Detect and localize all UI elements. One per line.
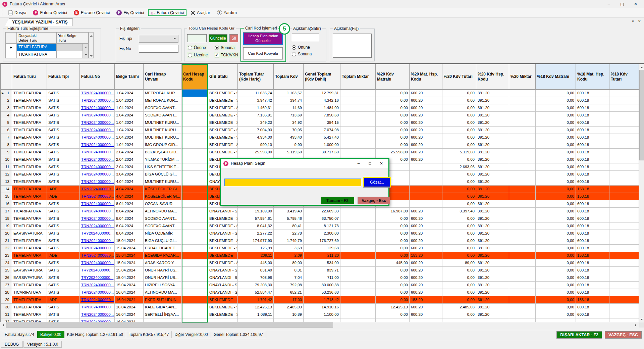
cell-statu[interactable]: BEKLEMEDE - SA... [208, 215, 238, 222]
cell-mk20[interactable] [410, 171, 442, 178]
cell-mi20[interactable] [509, 237, 536, 245]
cell-m20[interactable]: 0,00 [376, 97, 410, 104]
cell-unvan[interactable]: MULTINET KURU... [144, 134, 182, 141]
cell-tutar[interactable]: 125,99 [238, 245, 274, 252]
cell-tipi[interactable]: SATIS [47, 245, 80, 252]
tamam-button[interactable]: Tamam - F2 [321, 197, 354, 204]
cell-t18[interactable] [609, 171, 639, 178]
cell-turu[interactable]: TEMELFATURA [12, 193, 47, 200]
cell-no[interactable]: TRN2024000000... [80, 193, 115, 200]
cell-m18[interactable]: 0,00 [536, 296, 576, 304]
aciklama-satir-sonuna-radio[interactable]: Sonuna [292, 52, 312, 56]
cell-tipi[interactable]: SATIS [47, 119, 80, 127]
cell-mk18[interactable]: 600.18 [576, 112, 609, 119]
invoice-number-link[interactable]: TRN2024000000... [81, 143, 114, 147]
cell-tarih[interactable]: 15.04.2024 [115, 274, 144, 282]
cell-genel[interactable]: 1.718,42 [304, 296, 340, 304]
cell-t18[interactable] [609, 267, 639, 274]
cell-m20[interactable]: 0,00 [376, 296, 410, 304]
column-header-m18[interactable]: %18 Kdv Matrahı [536, 64, 576, 90]
mapping-cell-temelfatura[interactable]: TEMELFATURA [17, 44, 56, 51]
sil-button[interactable]: Sil [229, 34, 238, 42]
cell-hk20[interactable]: 391.20 [476, 259, 509, 267]
cell-mi20[interactable] [509, 149, 536, 156]
cell-mi20[interactable] [509, 112, 536, 119]
cell-t18[interactable] [609, 245, 639, 252]
cell-tutar[interactable]: 1.701,42 [238, 296, 274, 304]
cell-genel[interactable]: 8.121,73 [304, 222, 340, 230]
cell-hk20[interactable]: 391.20 [476, 134, 509, 141]
cell-mk18[interactable]: 600.18 [576, 304, 609, 311]
cell-genel[interactable]: 1.484,00 [304, 104, 340, 112]
row-header-29[interactable]: 29 [1, 296, 12, 304]
cell-hk20[interactable]: 391.20 [476, 208, 509, 215]
cell-m18[interactable]: 0,00 [536, 90, 576, 97]
invoice-number-link[interactable]: TRN2024000000... [81, 165, 114, 169]
row-header-26[interactable]: 26 [1, 274, 12, 282]
dialog-minimize-icon[interactable]: – [353, 160, 364, 167]
cell-tipi[interactable]: SATIS [47, 274, 80, 282]
cell-turu[interactable]: TEMELFATURA [12, 259, 47, 267]
cell-miktar[interactable] [340, 127, 376, 134]
tab-close-icon[interactable]: ✕ [638, 19, 641, 23]
cell-turu[interactable]: EARSIVFATURA [12, 230, 47, 237]
cell-t20[interactable]: 5.119,60 [442, 149, 476, 156]
cell-mk20[interactable]: 600.20 [410, 259, 442, 267]
cell-no[interactable]: TRN2024000000... [80, 90, 115, 97]
cell-tipi[interactable]: SATIS [47, 178, 80, 186]
cell-unvan[interactable]: EKER SÜT ÜRÜN... [144, 296, 182, 304]
invoice-number-link[interactable]: TRN2024000000... [81, 128, 114, 132]
cell-kdv[interactable]: 5.119,60 [274, 149, 304, 156]
cell-unvan[interactable]: KÖSELECİLER GI... [144, 193, 182, 200]
cell-tipi[interactable]: SATIS [47, 171, 80, 178]
cell-tutar[interactable]: 1.469,31 [238, 104, 274, 112]
aciklama-satir-onune-radio[interactable]: Önüne [292, 45, 310, 50]
minimize-icon[interactable]: – [602, 0, 615, 8]
cell-tutar[interactable]: 7.004,93 [238, 127, 274, 134]
cell-kod[interactable] [182, 259, 208, 267]
cell-tarih[interactable]: 1.04.2024 [115, 119, 144, 127]
cell-unvan[interactable]: ALTINORDU MA... [144, 208, 182, 215]
cell-unvan[interactable]: MULTINET KURU... [144, 127, 182, 134]
cell-miktar[interactable] [340, 304, 376, 311]
cell-mi20[interactable] [509, 296, 536, 304]
cell-turu[interactable]: TEMELFATURA [12, 171, 47, 178]
cell-turu[interactable]: TEMELFATURA [12, 215, 47, 222]
cell-tarih[interactable]: 15.04.2024 [115, 282, 144, 289]
cell-no[interactable]: TRN2024000000... [80, 171, 115, 178]
cell-no[interactable]: TRN2024000000... [80, 296, 115, 304]
cell-mi20[interactable] [509, 245, 536, 252]
cell-t18[interactable] [609, 149, 639, 156]
cell-turu[interactable]: TEMELFATURA [12, 134, 47, 141]
cell-tutar[interactable]: 209,11 [238, 252, 274, 259]
row-header-21[interactable]: 21 [1, 237, 12, 245]
column-header-kod[interactable]: Cari Hesap Kodu [182, 64, 208, 90]
cell-m18[interactable]: 0,00 [536, 127, 576, 134]
cell-unvan[interactable]: ECEGIDA PAZAR... [144, 252, 182, 259]
cell-statu[interactable]: ONAYLANDI - S... [208, 274, 238, 282]
cell-kdv[interactable]: 3.419,43 [274, 208, 304, 215]
invoice-number-link[interactable]: TRY2024000000... [81, 231, 113, 235]
cell-tarih[interactable]: 15.04.2024 [115, 259, 144, 267]
cell-hk20[interactable]: 391.20 [476, 230, 509, 237]
cell-mk20[interactable]: 600.20 [410, 112, 442, 119]
row-header-17[interactable]: 17 [1, 208, 12, 215]
cell-kdv[interactable]: 17,00 [274, 296, 304, 304]
cell-kdv[interactable]: 8,31 [274, 267, 304, 274]
cell-tipi[interactable]: IADE [47, 296, 80, 304]
cell-hk20[interactable]: 391.20 [476, 163, 509, 171]
row-header-8[interactable]: 8 [1, 141, 12, 149]
vertical-scrollbar[interactable] [639, 64, 644, 322]
cell-hk20[interactable]: 391.20 [476, 274, 509, 282]
cell-unvan[interactable]: BOZKUŞLAR GID... [144, 149, 182, 156]
invoice-number-link[interactable]: TRN2024000000... [81, 305, 114, 309]
column-header-tarih[interactable]: Belge Tarihi [115, 64, 144, 90]
cell-hk20[interactable]: 391.20 [476, 215, 509, 222]
invoice-number-link[interactable]: TRY2024000000... [81, 268, 113, 272]
cell-tutar[interactable]: 25.598,00 [238, 149, 274, 156]
cell-hk20[interactable]: 391.20 [476, 186, 509, 193]
cell-t18[interactable] [609, 304, 639, 311]
cell-mi20[interactable] [509, 134, 536, 141]
cell-mk20[interactable]: 600.20 [410, 156, 442, 163]
invoice-number-link[interactable]: TRN2024000000... [81, 246, 114, 250]
